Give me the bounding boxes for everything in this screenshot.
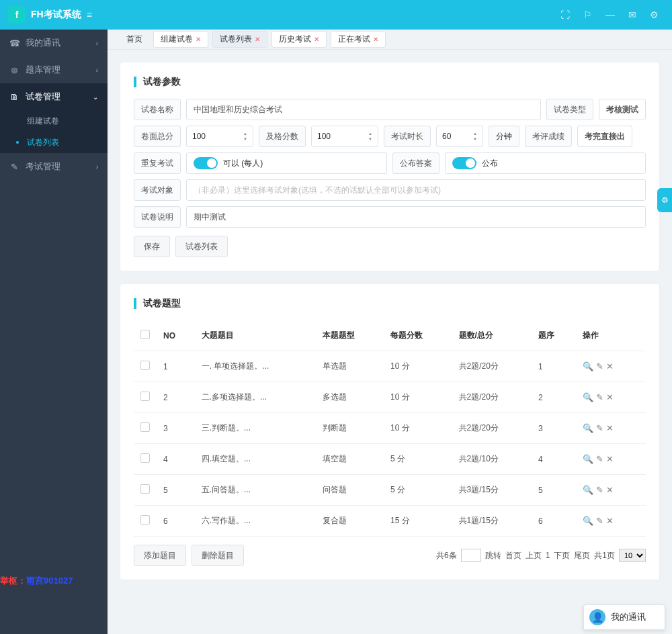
side-config-icon[interactable]: ⚙ — [657, 188, 672, 212]
pager-next[interactable]: 下页 — [554, 550, 570, 561]
panel2-title: 试卷题型 — [143, 298, 181, 310]
chat-widget[interactable]: 👤我的通讯 — [583, 604, 665, 630]
pager-first[interactable]: 首页 — [505, 550, 521, 561]
delete-icon[interactable]: ✕ — [606, 485, 614, 495]
view-icon[interactable]: 🔍 — [583, 516, 593, 526]
view-icon[interactable]: 🔍 — [583, 454, 593, 464]
btn-save[interactable]: 保存 — [134, 236, 170, 257]
suffix-minute: 分钟 — [489, 126, 519, 147]
btn-add-question[interactable]: 添加题目 — [134, 545, 186, 566]
sidebar-item-3[interactable]: ✎考试管理› — [0, 153, 108, 180]
label-desc: 试卷说明 — [134, 206, 181, 228]
pager: 共6条 跳转 首页 上页 1 下页 尾页 共1页 10 — [436, 549, 646, 562]
mail-icon[interactable]: ✉ — [628, 9, 636, 20]
checkbox-row[interactable] — [140, 453, 150, 463]
sidebar-item-0[interactable]: ☎我的通讯› — [0, 30, 108, 56]
checkbox-row[interactable] — [140, 361, 150, 370]
edit-icon[interactable]: ✎ — [596, 485, 603, 495]
delete-icon[interactable]: ✕ — [606, 454, 614, 464]
switch-publish[interactable] — [452, 157, 476, 169]
delete-icon[interactable]: ✕ — [606, 423, 614, 433]
close-icon[interactable]: ✕ — [314, 36, 319, 43]
btn-list[interactable]: 试卷列表 — [175, 236, 228, 257]
panel-title: 试卷参数 — [143, 76, 181, 88]
tab-3[interactable]: 历史考试✕ — [271, 31, 327, 48]
question-type-table: NO大题题目本题题型每题分数题数/总分题序操作 1一. 单项选择题。...单选题… — [134, 320, 646, 537]
pager-last[interactable]: 尾页 — [574, 550, 590, 561]
label-duration: 考试时长 — [384, 126, 431, 147]
pager-size[interactable]: 10 — [619, 549, 646, 562]
sidebar-item-2[interactable]: 🗎试卷管理⌄ — [0, 83, 108, 110]
input-name[interactable] — [186, 99, 541, 120]
fullscreen-icon[interactable]: ⛶ — [560, 9, 570, 20]
chevron-icon: › — [96, 40, 98, 47]
panel-types: 试卷题型 NO大题题目本题题型每题分数题数/总分题序操作 1一. 单项选择题。.… — [120, 283, 660, 580]
checkbox-row[interactable] — [140, 515, 150, 525]
logo-icon: f — [8, 6, 26, 24]
sidebar: ☎我的通讯›⊜题库管理›🗎试卷管理⌄组建试卷试卷列表✎考试管理› — [0, 30, 108, 634]
edit-icon[interactable]: ✎ — [596, 454, 603, 464]
tab-2[interactable]: 试卷列表✕ — [212, 31, 267, 48]
edit-icon[interactable]: ✎ — [596, 516, 603, 526]
close-icon[interactable]: ✕ — [373, 36, 378, 43]
btn-del-question[interactable]: 删除题目 — [192, 545, 244, 566]
close-icon[interactable]: ✕ — [255, 36, 260, 43]
label-score-rule: 考评成绩 — [525, 126, 572, 147]
value-type: 考核测试 — [599, 99, 646, 120]
input-pass[interactable]: 100▲▼ — [311, 126, 378, 147]
close-icon[interactable]: ✕ — [196, 36, 201, 43]
watermark: 举枢：雨宫901027 — [0, 575, 73, 587]
label-publish-ans: 公布答案 — [392, 152, 439, 174]
chevron-icon: › — [96, 66, 98, 74]
view-icon[interactable]: 🔍 — [583, 392, 593, 402]
edit-icon[interactable]: ✎ — [596, 392, 603, 402]
tab-0[interactable]: 首页 — [120, 32, 149, 47]
value-score-rule: 考完直接出 — [577, 126, 632, 147]
sidebar-sub-0[interactable]: 组建试卷 — [0, 110, 108, 132]
divider-icon: — — [605, 9, 615, 20]
top-right-icons: ⛶ ⚐ — ✉ ⚙ — [560, 9, 672, 20]
checkbox-row[interactable] — [140, 422, 150, 432]
gear-icon[interactable]: ⚙ — [650, 9, 659, 20]
view-icon[interactable]: 🔍 — [583, 423, 593, 433]
input-target[interactable] — [186, 179, 646, 201]
input-desc[interactable] — [186, 206, 646, 228]
view-icon[interactable]: 🔍 — [583, 485, 593, 495]
sidebar-sub-1[interactable]: 试卷列表 — [0, 132, 108, 153]
pager-jump-input[interactable] — [461, 549, 481, 562]
panel-params: 试卷参数 试卷名称 试卷类型 考核测试 卷面总分 100▲▼ 及格分数 100▲… — [120, 62, 660, 271]
switch-repeat[interactable] — [194, 157, 218, 169]
checkbox-row[interactable] — [140, 392, 150, 401]
checkbox-row[interactable] — [140, 484, 150, 494]
delete-icon[interactable]: ✕ — [606, 516, 614, 526]
delete-icon[interactable]: ✕ — [606, 361, 614, 371]
edit-icon[interactable]: ✎ — [596, 423, 603, 433]
menu-toggle-icon[interactable]: ≡ — [87, 9, 92, 20]
table-row: 2二.多项选择题。...多选题 10 分共2题/20分2 🔍✎✕ — [134, 382, 646, 413]
flag-icon[interactable]: ⚐ — [583, 9, 592, 20]
pager-prev[interactable]: 上页 — [526, 550, 542, 561]
label-target: 考试对象 — [134, 179, 181, 201]
label-repeat: 重复考试 — [134, 152, 181, 174]
sidebar-icon: ✎ — [9, 162, 19, 172]
sidebar-icon: 🗎 — [9, 92, 19, 102]
delete-icon[interactable]: ✕ — [606, 392, 614, 402]
label-type: 试卷类型 — [546, 99, 593, 120]
sidebar-icon: ⊜ — [9, 65, 19, 75]
input-total[interactable]: 100▲▼ — [186, 126, 253, 147]
input-duration[interactable]: 60▲▼ — [436, 126, 483, 147]
label-total: 卷面总分 — [134, 126, 181, 147]
table-row: 4四.填空题。...填空题 5 分共2题/10分4 🔍✎✕ — [134, 444, 646, 475]
sidebar-icon: ☎ — [9, 38, 19, 48]
view-icon[interactable]: 🔍 — [583, 361, 593, 371]
chevron-icon: › — [96, 163, 98, 171]
edit-icon[interactable]: ✎ — [596, 361, 603, 371]
avatar-icon: 👤 — [589, 609, 605, 625]
pager-jump[interactable]: 跳转 — [485, 550, 501, 561]
sidebar-item-1[interactable]: ⊜题库管理› — [0, 56, 108, 83]
top-bar: f FH考试系统 ≡ ⛶ ⚐ — ✉ ⚙ — [0, 0, 672, 30]
tab-1[interactable]: 组建试卷✕ — [153, 31, 208, 48]
checkbox-all[interactable] — [140, 330, 150, 339]
tab-4[interactable]: 正在考试✕ — [331, 31, 386, 48]
table-row: 6六.写作题。...复合题 15 分共1题/15分6 🔍✎✕ — [134, 506, 646, 537]
